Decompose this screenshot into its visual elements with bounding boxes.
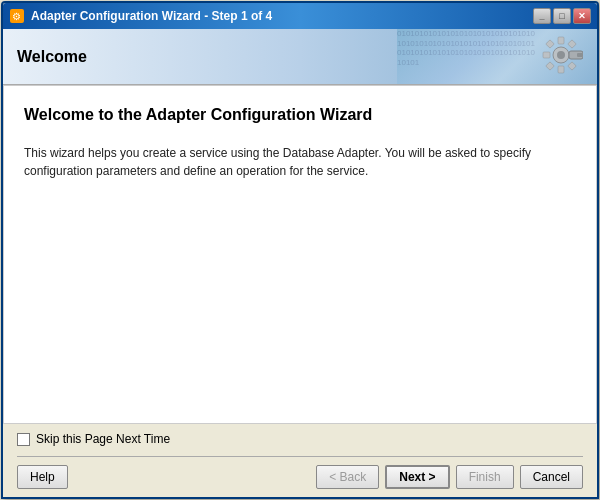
- finish-button[interactable]: Finish: [456, 465, 514, 489]
- divider: [17, 456, 583, 457]
- svg-rect-11: [568, 62, 576, 70]
- section-title: Welcome: [17, 48, 87, 66]
- svg-rect-4: [558, 37, 564, 44]
- minimize-button[interactable]: _: [533, 8, 551, 24]
- svg-rect-10: [546, 62, 554, 70]
- svg-rect-8: [546, 40, 554, 48]
- svg-rect-5: [558, 66, 564, 73]
- titlebar: ⚙ Adapter Configuration Wizard - Step 1 …: [3, 3, 597, 29]
- button-row: Help < Back Next > Finish Cancel: [17, 465, 583, 489]
- wizard-window: ⚙ Adapter Configuration Wizard - Step 1 …: [1, 1, 599, 499]
- svg-rect-6: [543, 52, 550, 58]
- help-button[interactable]: Help: [17, 465, 68, 489]
- nav-buttons: < Back Next > Finish Cancel: [316, 465, 583, 489]
- back-button[interactable]: < Back: [316, 465, 379, 489]
- banner-pattern: 0101010101010101010101010101010101010101…: [397, 29, 537, 85]
- svg-rect-13: [577, 53, 583, 57]
- skip-checkbox[interactable]: [17, 433, 30, 446]
- skip-label: Skip this Page Next Time: [36, 432, 170, 446]
- maximize-button[interactable]: □: [553, 8, 571, 24]
- skip-row: Skip this Page Next Time: [17, 432, 583, 446]
- svg-rect-9: [568, 40, 576, 48]
- gear-icon: [539, 33, 583, 84]
- next-button[interactable]: Next >: [385, 465, 449, 489]
- app-icon: ⚙: [9, 8, 25, 24]
- cancel-button[interactable]: Cancel: [520, 465, 583, 489]
- footer-area: Skip this Page Next Time Help < Back Nex…: [3, 424, 597, 497]
- content-area: Welcome to the Adapter Configuration Wiz…: [3, 85, 597, 424]
- svg-point-3: [557, 51, 565, 59]
- header-banner: Welcome 01010101010101010101010101010101…: [3, 29, 597, 85]
- close-button[interactable]: ✕: [573, 8, 591, 24]
- welcome-description: This wizard helps you create a service u…: [24, 144, 544, 180]
- welcome-heading: Welcome to the Adapter Configuration Wiz…: [24, 106, 576, 124]
- window-controls: _ □ ✕: [533, 8, 591, 24]
- window-title: Adapter Configuration Wizard - Step 1 of…: [31, 9, 533, 23]
- svg-text:⚙: ⚙: [12, 11, 21, 22]
